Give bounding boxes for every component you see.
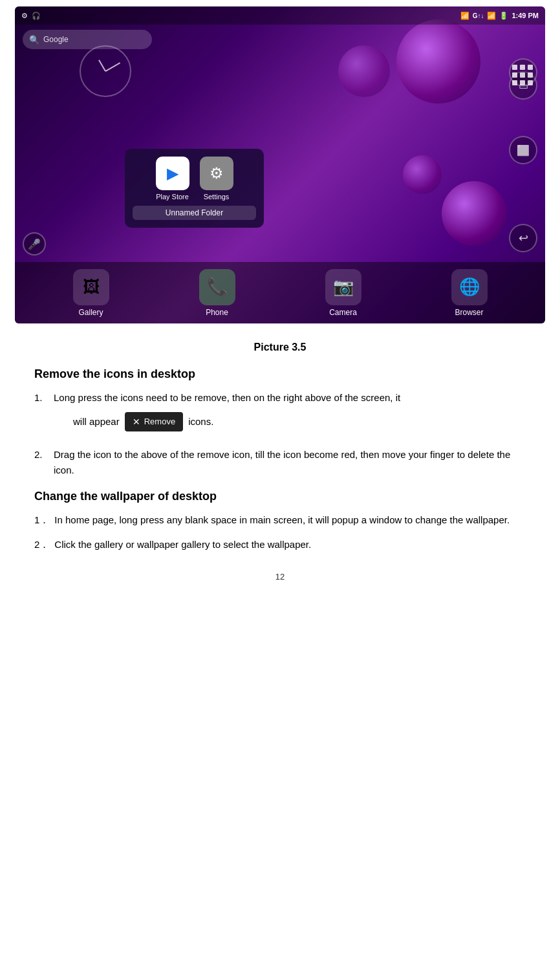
- list-item-1-after: icons.: [188, 414, 213, 430]
- android-screenshot: ⚙ 🎧 📶 G↑↓ 📶 🔋 1:49 PM 🔍 Google ▭ ⬜ ↩: [15, 6, 545, 323]
- grid-dot: [520, 80, 525, 85]
- list-item-1: 1. Long press the icons need to be remov…: [34, 390, 526, 438]
- list-item-2: 2. Drag the icon to the above of the rem…: [34, 447, 526, 478]
- list-item-1-content: Long press the icons need to be remove, …: [54, 390, 400, 438]
- wallpaper-item-2-text: Click the gallery or wallpaper gallery t…: [54, 537, 311, 552]
- grid-dot: [528, 72, 533, 78]
- search-icon: 🔍: [29, 35, 39, 45]
- battery-icon: 🔋: [499, 12, 508, 20]
- signal-g-icon: G↑↓: [473, 12, 484, 19]
- remove-icons-list: 1. Long press the icons need to be remov…: [34, 390, 526, 478]
- dock-browser[interactable]: 🌐 Browser: [451, 269, 488, 317]
- grid-dot: [512, 65, 517, 70]
- list-num-2: 2.: [34, 447, 48, 463]
- folder-name[interactable]: Unnamed Folder: [133, 206, 256, 220]
- play-store-app[interactable]: ▶ Play Store: [156, 157, 189, 201]
- camera-label: Camera: [329, 308, 357, 317]
- grid-dot: [528, 80, 533, 85]
- time-display: 1:49 PM: [512, 12, 539, 19]
- wallpaper-list: 1． In home page, long press any blank sp…: [34, 512, 526, 552]
- remove-badge-x-icon: ✕: [133, 415, 140, 429]
- badge-row: will appear ✕ Remove icons.: [73, 408, 400, 435]
- home-button[interactable]: ⬜: [509, 136, 537, 164]
- back-button[interactable]: ↩: [509, 224, 537, 252]
- settings-icon: ⚙: [200, 157, 233, 190]
- remove-badge-label: Remove: [144, 415, 175, 429]
- grid-dot: [512, 80, 517, 85]
- status-right: 📶 G↑↓ 📶 🔋 1:49 PM: [460, 12, 539, 20]
- play-store-label: Play Store: [156, 193, 189, 201]
- list-item-2-text: Drag the icon to the above of the remove…: [54, 447, 526, 478]
- phone-icon: 📞: [199, 269, 235, 305]
- page-number: 12: [34, 572, 526, 582]
- browser-icon: 🌐: [451, 269, 488, 305]
- remove-badge: ✕ Remove: [125, 412, 183, 431]
- dock-camera[interactable]: 📷 Camera: [325, 269, 361, 317]
- signal-bars-icon: 📶: [487, 12, 496, 20]
- wallpaper-num-2: 2．: [34, 537, 49, 552]
- google-search-bar[interactable]: 🔍 Google: [23, 30, 152, 49]
- section-heading-remove: Remove the icons in desktop: [34, 367, 526, 381]
- clock-minute-hand: [105, 62, 120, 71]
- clock-hour-hand: [98, 60, 106, 71]
- microphone-button[interactable]: 🎤: [23, 232, 46, 256]
- status-left: ⚙ 🎧: [21, 12, 41, 20]
- clock-widget: [80, 45, 131, 97]
- wallpaper-item-1: 1． In home page, long press any blank sp…: [34, 512, 526, 528]
- bottom-dock: 🖼 Gallery 📞 Phone 📷 Camera 🌐 Browser: [15, 262, 545, 323]
- phone-label: Phone: [206, 308, 228, 317]
- settings-label: Settings: [204, 193, 230, 201]
- section-heading-wallpaper: Change the wallpaper of desktop: [34, 490, 526, 503]
- browser-label: Browser: [455, 308, 483, 317]
- wifi-icon: 📶: [460, 12, 469, 20]
- settings-app[interactable]: ⚙ Settings: [200, 157, 233, 201]
- gallery-label: Gallery: [78, 308, 103, 317]
- gallery-icon: 🖼: [73, 269, 109, 305]
- picture-caption: Picture 3.5: [34, 342, 526, 353]
- section-remove-icons: Remove the icons in desktop 1. Long pres…: [34, 367, 526, 478]
- camera-icon: 📷: [325, 269, 361, 305]
- search-label: Google: [43, 35, 69, 44]
- dock-phone[interactable]: 📞 Phone: [199, 269, 235, 317]
- usb-icon: ⚙: [21, 12, 28, 20]
- list-item-1-before: Long press the icons need to be remove, …: [54, 392, 400, 403]
- folder-popup: ▶ Play Store ⚙ Settings Unnamed Folder: [125, 149, 264, 228]
- list-num-1: 1.: [34, 390, 48, 406]
- folder-apps-row: ▶ Play Store ⚙ Settings: [133, 157, 256, 201]
- grid-dot: [520, 65, 525, 70]
- grid-dot: [520, 72, 525, 78]
- grid-dot: [528, 65, 533, 70]
- wallpaper-item-1-text: In home page, long press any blank space…: [54, 512, 510, 528]
- play-store-icon: ▶: [156, 157, 189, 190]
- status-bar: ⚙ 🎧 📶 G↑↓ 📶 🔋 1:49 PM: [15, 6, 545, 25]
- wallpaper-item-2: 2． Click the gallery or wallpaper galler…: [34, 537, 526, 552]
- will-appear-text: will appear: [73, 414, 120, 430]
- section-wallpaper: Change the wallpaper of desktop 1． In ho…: [34, 490, 526, 552]
- headset-icon: 🎧: [32, 12, 41, 20]
- apps-grid-button[interactable]: [509, 58, 537, 87]
- wallpaper-num-1: 1．: [34, 512, 49, 528]
- dock-gallery[interactable]: 🖼 Gallery: [73, 269, 109, 317]
- grid-dot: [512, 72, 517, 78]
- document-content: Picture 3.5 Remove the icons in desktop …: [15, 323, 545, 601]
